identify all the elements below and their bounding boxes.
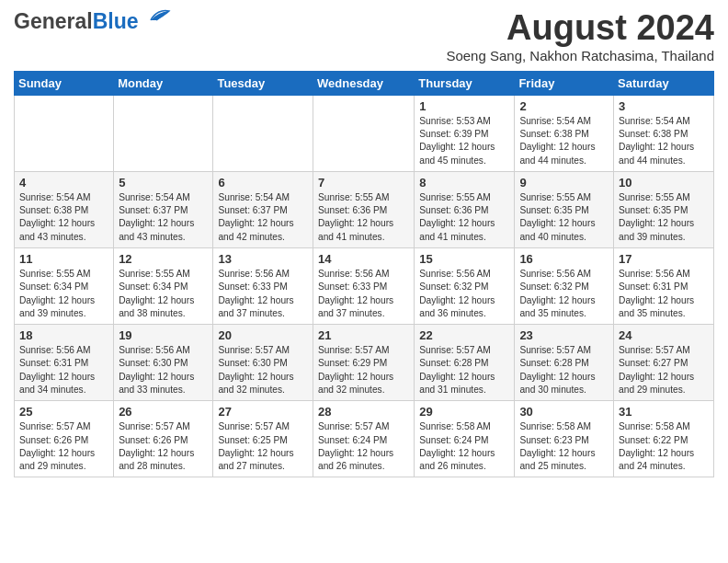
- day-info: Sunrise: 5:55 AM Sunset: 6:36 PM Dayligh…: [318, 191, 409, 244]
- calendar-cell: 1Sunrise: 5:53 AM Sunset: 6:39 PM Daylig…: [415, 95, 515, 171]
- day-number: 12: [119, 252, 208, 266]
- weekday-header-saturday: Saturday: [614, 71, 714, 95]
- day-info: Sunrise: 5:57 AM Sunset: 6:25 PM Dayligh…: [218, 420, 308, 473]
- day-number: 22: [419, 328, 509, 342]
- day-info: Sunrise: 5:56 AM Sunset: 6:32 PM Dayligh…: [419, 268, 509, 320]
- calendar-cell: 28Sunrise: 5:57 AM Sunset: 6:24 PM Dayli…: [313, 401, 415, 477]
- day-number: 9: [519, 176, 609, 190]
- calendar-cell: 18Sunrise: 5:56 AM Sunset: 6:31 PM Dayli…: [15, 325, 114, 401]
- calendar-cell: 11Sunrise: 5:55 AM Sunset: 6:34 PM Dayli…: [15, 248, 114, 325]
- day-number: 23: [519, 328, 609, 342]
- calendar-week-row: 1Sunrise: 5:53 AM Sunset: 6:39 PM Daylig…: [15, 95, 714, 171]
- calendar-cell: 15Sunrise: 5:56 AM Sunset: 6:32 PM Dayli…: [415, 248, 515, 325]
- day-info: Sunrise: 5:55 AM Sunset: 6:35 PM Dayligh…: [619, 191, 709, 244]
- day-info: Sunrise: 5:56 AM Sunset: 6:33 PM Dayligh…: [218, 268, 308, 320]
- calendar-cell: 14Sunrise: 5:56 AM Sunset: 6:33 PM Dayli…: [313, 248, 415, 325]
- day-number: 5: [119, 176, 208, 190]
- day-number: 15: [419, 252, 509, 266]
- calendar-cell: 17Sunrise: 5:56 AM Sunset: 6:31 PM Dayli…: [614, 248, 714, 325]
- day-number: 10: [619, 176, 709, 190]
- calendar-cell: 10Sunrise: 5:55 AM Sunset: 6:35 PM Dayli…: [614, 171, 714, 247]
- calendar-cell: 5Sunrise: 5:54 AM Sunset: 6:37 PM Daylig…: [114, 171, 213, 247]
- bird-icon: [142, 7, 171, 28]
- calendar-week-row: 18Sunrise: 5:56 AM Sunset: 6:31 PM Dayli…: [15, 325, 714, 401]
- weekday-header-row: SundayMondayTuesdayWednesdayThursdayFrid…: [15, 71, 714, 95]
- day-info: Sunrise: 5:54 AM Sunset: 6:37 PM Dayligh…: [119, 191, 208, 244]
- day-number: 6: [218, 176, 308, 190]
- logo-text: GeneralBlue: [14, 9, 139, 34]
- month-year-title: August 2024: [446, 9, 714, 48]
- day-number: 31: [619, 405, 709, 419]
- calendar-cell: 16Sunrise: 5:56 AM Sunset: 6:32 PM Dayli…: [515, 248, 614, 325]
- day-number: 4: [19, 176, 108, 190]
- calendar-cell: 9Sunrise: 5:55 AM Sunset: 6:35 PM Daylig…: [515, 171, 614, 247]
- day-info: Sunrise: 5:55 AM Sunset: 6:34 PM Dayligh…: [119, 268, 208, 320]
- calendar-cell: 31Sunrise: 5:58 AM Sunset: 6:22 PM Dayli…: [614, 401, 714, 477]
- day-info: Sunrise: 5:53 AM Sunset: 6:39 PM Dayligh…: [419, 115, 509, 167]
- day-number: 7: [318, 176, 409, 190]
- calendar-cell: 23Sunrise: 5:57 AM Sunset: 6:28 PM Dayli…: [515, 325, 614, 401]
- day-number: 27: [218, 405, 308, 419]
- day-info: Sunrise: 5:55 AM Sunset: 6:34 PM Dayligh…: [19, 268, 108, 320]
- day-info: Sunrise: 5:55 AM Sunset: 6:36 PM Dayligh…: [419, 191, 509, 244]
- weekday-header-sunday: Sunday: [15, 71, 114, 95]
- calendar-cell: 2Sunrise: 5:54 AM Sunset: 6:38 PM Daylig…: [515, 95, 614, 171]
- calendar-cell: 3Sunrise: 5:54 AM Sunset: 6:38 PM Daylig…: [614, 95, 714, 171]
- weekday-header-friday: Friday: [515, 71, 614, 95]
- day-info: Sunrise: 5:54 AM Sunset: 6:38 PM Dayligh…: [19, 191, 108, 244]
- day-number: 16: [519, 252, 609, 266]
- calendar-cell: 6Sunrise: 5:54 AM Sunset: 6:37 PM Daylig…: [213, 171, 313, 247]
- day-number: 13: [218, 252, 308, 266]
- day-number: 29: [419, 405, 509, 419]
- day-number: 18: [19, 328, 108, 342]
- day-number: 20: [218, 328, 308, 342]
- calendar-cell: 24Sunrise: 5:57 AM Sunset: 6:27 PM Dayli…: [614, 325, 714, 401]
- calendar-cell: [114, 95, 213, 171]
- day-info: Sunrise: 5:56 AM Sunset: 6:32 PM Dayligh…: [519, 268, 609, 320]
- day-number: 8: [419, 176, 509, 190]
- day-info: Sunrise: 5:56 AM Sunset: 6:31 PM Dayligh…: [619, 268, 709, 320]
- calendar-cell: 8Sunrise: 5:55 AM Sunset: 6:36 PM Daylig…: [415, 171, 515, 247]
- day-info: Sunrise: 5:58 AM Sunset: 6:23 PM Dayligh…: [519, 420, 609, 473]
- location-subtitle: Soeng Sang, Nakhon Ratchasima, Thailand: [446, 48, 714, 63]
- day-info: Sunrise: 5:56 AM Sunset: 6:30 PM Dayligh…: [119, 344, 208, 396]
- day-info: Sunrise: 5:57 AM Sunset: 6:26 PM Dayligh…: [119, 420, 208, 473]
- weekday-header-wednesday: Wednesday: [313, 71, 415, 95]
- calendar-cell: [213, 95, 313, 171]
- day-info: Sunrise: 5:56 AM Sunset: 6:31 PM Dayligh…: [19, 344, 108, 396]
- day-number: 14: [318, 252, 409, 266]
- calendar-cell: 4Sunrise: 5:54 AM Sunset: 6:38 PM Daylig…: [15, 171, 114, 247]
- calendar-cell: 25Sunrise: 5:57 AM Sunset: 6:26 PM Dayli…: [15, 401, 114, 477]
- day-info: Sunrise: 5:58 AM Sunset: 6:24 PM Dayligh…: [419, 420, 509, 473]
- day-info: Sunrise: 5:54 AM Sunset: 6:38 PM Dayligh…: [519, 115, 609, 167]
- day-number: 2: [519, 99, 609, 113]
- calendar-week-row: 11Sunrise: 5:55 AM Sunset: 6:34 PM Dayli…: [15, 248, 714, 325]
- calendar-cell: 27Sunrise: 5:57 AM Sunset: 6:25 PM Dayli…: [213, 401, 313, 477]
- day-info: Sunrise: 5:54 AM Sunset: 6:38 PM Dayligh…: [619, 115, 709, 167]
- day-number: 30: [519, 405, 609, 419]
- day-info: Sunrise: 5:57 AM Sunset: 6:24 PM Dayligh…: [318, 420, 409, 473]
- day-number: 19: [119, 328, 208, 342]
- weekday-header-tuesday: Tuesday: [213, 71, 313, 95]
- day-info: Sunrise: 5:57 AM Sunset: 6:28 PM Dayligh…: [419, 344, 509, 396]
- day-number: 3: [619, 99, 709, 113]
- page-header: GeneralBlue August 2024 Soeng Sang, Nakh…: [14, 9, 714, 63]
- weekday-header-thursday: Thursday: [415, 71, 515, 95]
- day-info: Sunrise: 5:57 AM Sunset: 6:29 PM Dayligh…: [318, 344, 409, 396]
- calendar-table: SundayMondayTuesdayWednesdayThursdayFrid…: [14, 71, 714, 478]
- calendar-cell: 21Sunrise: 5:57 AM Sunset: 6:29 PM Dayli…: [313, 325, 415, 401]
- day-info: Sunrise: 5:55 AM Sunset: 6:35 PM Dayligh…: [519, 191, 609, 244]
- day-number: 11: [19, 252, 108, 266]
- calendar-cell: 20Sunrise: 5:57 AM Sunset: 6:30 PM Dayli…: [213, 325, 313, 401]
- day-info: Sunrise: 5:56 AM Sunset: 6:33 PM Dayligh…: [318, 268, 409, 320]
- calendar-cell: 7Sunrise: 5:55 AM Sunset: 6:36 PM Daylig…: [313, 171, 415, 247]
- calendar-cell: [313, 95, 415, 171]
- calendar-week-row: 4Sunrise: 5:54 AM Sunset: 6:38 PM Daylig…: [15, 171, 714, 247]
- day-info: Sunrise: 5:57 AM Sunset: 6:30 PM Dayligh…: [218, 344, 308, 396]
- day-number: 1: [419, 99, 509, 113]
- day-info: Sunrise: 5:58 AM Sunset: 6:22 PM Dayligh…: [619, 420, 709, 473]
- day-number: 28: [318, 405, 409, 419]
- day-number: 17: [619, 252, 709, 266]
- day-info: Sunrise: 5:57 AM Sunset: 6:28 PM Dayligh…: [519, 344, 609, 396]
- calendar-cell: [15, 95, 114, 171]
